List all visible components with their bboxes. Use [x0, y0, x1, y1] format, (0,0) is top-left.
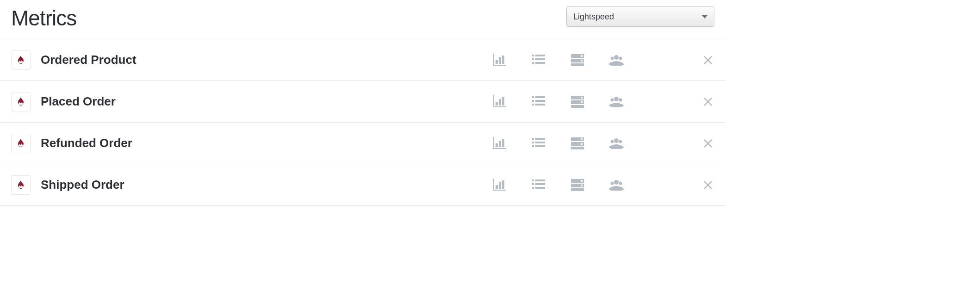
metric-actions — [490, 93, 714, 111]
delete-metric-button[interactable] — [701, 54, 714, 67]
metric-row: Shipped Order — [0, 164, 726, 206]
lightspeed-flame-icon — [11, 92, 31, 111]
metric-actions — [490, 176, 714, 194]
chart-icon[interactable] — [490, 176, 509, 194]
chevron-down-icon — [702, 15, 707, 19]
lightspeed-flame-icon — [11, 175, 31, 195]
people-icon[interactable] — [607, 134, 626, 153]
metric-name[interactable]: Refunded Order — [41, 136, 490, 150]
metric-row: Refunded Order — [0, 123, 726, 164]
metric-row: Placed Order — [0, 81, 726, 123]
chart-icon[interactable] — [490, 134, 509, 153]
lightspeed-flame-icon — [11, 50, 31, 70]
metric-actions — [490, 134, 714, 153]
metric-name[interactable]: Placed Order — [41, 94, 490, 109]
delete-metric-button[interactable] — [701, 95, 714, 108]
server-icon[interactable] — [568, 176, 587, 194]
metric-row: Ordered Product — [0, 39, 726, 81]
list-icon[interactable] — [529, 51, 548, 69]
delete-metric-button[interactable] — [701, 179, 714, 192]
server-icon[interactable] — [568, 51, 587, 69]
metric-name[interactable]: Ordered Product — [41, 53, 490, 67]
source-filter-select[interactable]: Lightspeed — [566, 6, 714, 27]
list-icon[interactable] — [529, 134, 548, 153]
metric-name[interactable]: Shipped Order — [41, 178, 490, 192]
people-icon[interactable] — [607, 176, 626, 194]
people-icon[interactable] — [607, 51, 626, 69]
delete-metric-button[interactable] — [701, 137, 714, 150]
page-title: Metrics — [11, 6, 76, 31]
people-icon[interactable] — [607, 93, 626, 111]
list-icon[interactable] — [529, 93, 548, 111]
chart-icon[interactable] — [490, 51, 509, 69]
server-icon[interactable] — [568, 134, 587, 153]
chart-icon[interactable] — [490, 93, 509, 111]
page-header: Metrics Lightspeed — [0, 0, 726, 39]
metrics-page: Metrics Lightspeed Ordered Product — [0, 0, 726, 206]
lightspeed-flame-icon — [11, 134, 31, 153]
list-icon[interactable] — [529, 176, 548, 194]
metric-actions — [490, 51, 714, 69]
server-icon[interactable] — [568, 93, 587, 111]
metrics-list: Ordered Product Placed Order — [0, 39, 726, 206]
source-filter-value: Lightspeed — [573, 12, 614, 22]
